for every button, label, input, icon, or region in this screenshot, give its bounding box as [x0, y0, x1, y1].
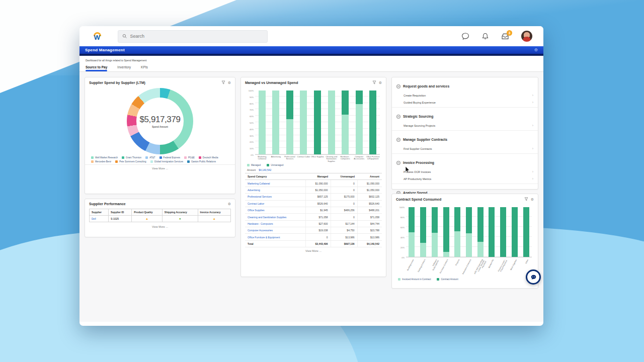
stacked-bar[interactable] — [369, 90, 376, 154]
spend-category-link[interactable]: Contract Labor — [248, 202, 264, 205]
stacked-bar[interactable] — [477, 207, 484, 257]
task-link-guided-buying-experience[interactable]: Guided Buying Experience› — [392, 99, 538, 106]
dashboard-description: Dashboard for all things related to Spen… — [86, 59, 537, 62]
inbox-icon[interactable]: 3 — [501, 33, 509, 40]
stacked-bar[interactable] — [443, 207, 449, 257]
task-link-manage-sourcing-projects[interactable]: Manage Sourcing Projects› — [392, 122, 538, 129]
stacked-bar[interactable] — [259, 90, 266, 154]
gear-icon[interactable]: ⚙︎ — [228, 202, 231, 206]
stacked-bar[interactable] — [432, 207, 438, 257]
gear-icon[interactable]: ⚙︎ — [228, 81, 231, 84]
tab-inventory[interactable]: Inventory — [117, 65, 131, 71]
tab-kpis[interactable]: KPIs — [141, 65, 148, 71]
view-more-link[interactable]: View More ... — [241, 247, 386, 254]
stacked-bar[interactable] — [500, 207, 506, 257]
card-header: Supplier Spend by Supplier (LTM) ⚙︎ — [85, 77, 235, 86]
x-axis-label: Marketing Collateral — [255, 156, 269, 162]
view-more-link[interactable]: View More ... — [85, 223, 235, 230]
stacked-bar[interactable] — [454, 207, 460, 257]
y-axis-tick: 70% — [250, 109, 254, 111]
spend-category-link[interactable]: Cleaning and Sanitization Supplies — [248, 216, 286, 219]
assistant-button[interactable] — [526, 269, 541, 285]
chat-bubble-glyph — [461, 32, 469, 40]
supplier-spend-donut-chart[interactable]: $5,917,379 Spend Amount — [127, 88, 193, 154]
stacked-bar[interactable] — [523, 207, 529, 257]
y-axis-tick: 20% — [250, 141, 254, 143]
spend-category-link[interactable]: Office Supplies — [248, 209, 265, 212]
bell-icon[interactable] — [481, 32, 489, 40]
spend-category-link[interactable]: Professional Services — [248, 195, 272, 198]
task-link-label: Create Requisition — [404, 94, 426, 97]
stacked-bar[interactable] — [409, 207, 415, 257]
managed-segment — [420, 243, 426, 257]
filter-icon[interactable] — [524, 197, 528, 201]
card-supplier-performance: Supplier Performance ⚙︎ SupplierSupplier… — [85, 199, 235, 237]
legend-swatch — [437, 278, 439, 281]
task-section-title: Request goods and services — [403, 84, 449, 88]
workday-logo[interactable]: W — [91, 32, 104, 40]
stacked-bar[interactable] — [489, 207, 495, 257]
warning-status-icon: ▲ — [145, 217, 148, 220]
task-section-header: Request goods and services — [392, 79, 538, 92]
unmanaged-segment — [342, 90, 349, 115]
chat-bubble-icon[interactable] — [461, 32, 469, 40]
amount-cell: $832,125 — [357, 194, 382, 200]
card-managed-spend: Managed vs Unmanaged Spend ⚙︎ 100%90%80%… — [240, 77, 386, 277]
page-header-banner: Spend Management ⚙︎ — [79, 46, 543, 56]
user-avatar[interactable] — [521, 31, 532, 42]
contract-spend-chart[interactable]: 100%80%60%40%20%0% — [406, 207, 532, 257]
stacked-bar[interactable] — [420, 207, 426, 257]
task-link-ap-productivity-metrics[interactable]: AP Productivity Metrics› — [392, 175, 538, 183]
legend-swatch — [91, 156, 94, 159]
supplier-link[interactable]: Dell — [92, 217, 96, 220]
y-axis-tick: 100% — [249, 89, 254, 92]
task-link-create-requisition[interactable]: Create Requisition› — [392, 92, 538, 99]
spend-category-link[interactable]: Advertising — [248, 189, 260, 192]
stacked-bar[interactable] — [356, 90, 363, 154]
amount-cell: $13,986 — [357, 234, 382, 240]
task-link-process-ocr-invoices[interactable]: Process OCR Invoices› — [392, 168, 538, 175]
stacked-bar[interactable] — [512, 207, 518, 257]
gear-icon[interactable]: ⚙︎ — [531, 198, 534, 201]
view-more-link[interactable]: View More ... — [85, 164, 235, 171]
x-axis-label: Purchase Contract — [439, 259, 449, 275]
task-link-find-supplier-contracts[interactable]: Find Supplier Contracts› — [392, 145, 538, 152]
search-input[interactable] — [130, 34, 263, 39]
managed-segment — [328, 90, 335, 154]
banner-gear-icon[interactable]: ⚙︎ — [534, 48, 538, 52]
spend-category-link[interactable]: Hardware - Computers — [248, 222, 273, 225]
card-header-icons: ⚙︎ — [228, 202, 231, 206]
legend-item: Contract Amount — [437, 278, 458, 281]
task-link-label: Manage Sourcing Projects — [404, 124, 435, 127]
search-box[interactable] — [118, 30, 268, 43]
amount-cell: $1,945 — [306, 207, 331, 213]
spend-category-link[interactable]: Computer Accessories — [248, 229, 273, 232]
stacked-bar[interactable] — [466, 207, 472, 257]
filter-icon[interactable] — [372, 80, 376, 84]
spend-category-link[interactable]: Office Furniture & Equipment — [248, 236, 280, 239]
stacked-bar[interactable] — [300, 90, 307, 154]
managed-spend-chart[interactable]: 100%90%80%70%60%50%40%30%20%10%0% — [255, 90, 380, 155]
y-axis-tick: 80% — [400, 216, 405, 219]
stacked-bar[interactable] — [286, 90, 293, 154]
stacked-bar[interactable] — [272, 90, 279, 154]
stacked-bar[interactable] — [314, 90, 321, 154]
task-icon — [396, 161, 400, 165]
x-axis-label: Building Lease — [405, 259, 415, 275]
spend-category-link[interactable]: Marketing Collateral — [248, 182, 270, 185]
card-title: Contract Spend Consumed — [396, 198, 441, 201]
legend-label: Deutsch Media — [203, 156, 218, 159]
amount-label: Amount — [247, 168, 256, 171]
tab-source-to-pay[interactable]: Source to Pay — [86, 65, 107, 71]
y-axis-tick: 60% — [250, 115, 254, 118]
unmanaged-segment — [356, 90, 363, 104]
amount-value-link[interactable]: $4,140,542 — [259, 168, 271, 171]
filter-icon[interactable] — [221, 80, 225, 84]
stacked-bar[interactable] — [342, 90, 349, 154]
unmanaged-segment — [477, 207, 484, 242]
table-row: DellS-1025▲●▲ — [90, 216, 231, 222]
amount-cell: $44,744 — [357, 220, 382, 227]
amount-cell: $23,788 — [357, 227, 382, 234]
gear-icon[interactable]: ⚙︎ — [379, 81, 382, 84]
stacked-bar[interactable] — [328, 90, 335, 154]
